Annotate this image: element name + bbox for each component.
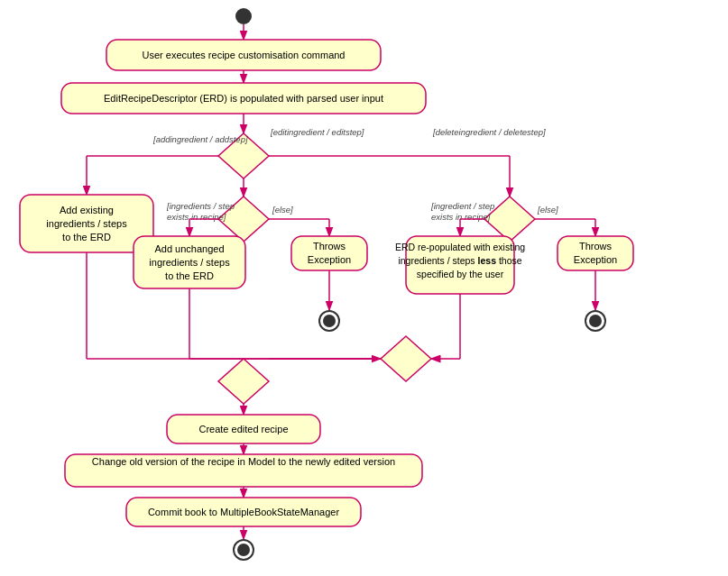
end-node-final-inner <box>237 535 250 547</box>
label-editingredient: [editingredient / editstep] <box>324 132 419 142</box>
label-deleteingredient: [deleteingredient / deletestep] <box>441 132 555 142</box>
node-n5-text1: Throws <box>309 248 342 259</box>
node-n1-text: User executes recipe customisation comma… <box>143 53 346 64</box>
node-n4-text2: ingredients / steps <box>149 266 230 277</box>
diamond-d5 <box>221 358 266 398</box>
node-n6-text3: specified by the user <box>424 276 515 287</box>
label-addingredient: [addingredient / addstep] <box>157 143 253 153</box>
label-else2: [else] <box>553 206 575 215</box>
end-node-2-inner <box>598 316 611 329</box>
end-node-1-inner <box>318 316 331 329</box>
label-exists2b: exists in recipe] <box>458 215 518 225</box>
node-n10-text: Commit book to MultipleBookStateManager <box>148 497 339 507</box>
label-exists1b: exists in recipe] <box>189 215 249 225</box>
label-exists2a: [ingredient / step <box>457 206 521 215</box>
node-n6-text1: ERD re-populated with existing <box>401 252 537 263</box>
diamond-d4 <box>383 338 429 378</box>
node-n5-text2: Exception <box>303 261 346 271</box>
node-n3-text2: ingredients / steps <box>50 230 131 241</box>
node-n2-text: EditRecipeDescriptor (ERD) is populated … <box>104 100 383 111</box>
label-else1: [else] <box>273 206 295 215</box>
label-exists1a: [ingredients / step <box>189 206 257 215</box>
activity-diagram: User executes recipe customisation comma… <box>0 0 728 576</box>
start-node <box>235 12 252 28</box>
node-n4-text3: to the ERD <box>165 279 214 289</box>
node-n8-text: Create edited recipe <box>198 409 288 420</box>
node-n3-text3: to the ERD <box>66 242 115 253</box>
node-n9-text: Change old version of the recipe in Mode… <box>92 453 395 463</box>
node-n6-text2: ingredients / steps less those <box>404 264 534 275</box>
node-n7-text2: Exception <box>583 261 626 271</box>
node-n4-text1: Add unchanged <box>154 253 224 264</box>
node-n7-text1: Throws <box>588 248 622 259</box>
node-n3-text1: Add existing <box>63 217 117 228</box>
